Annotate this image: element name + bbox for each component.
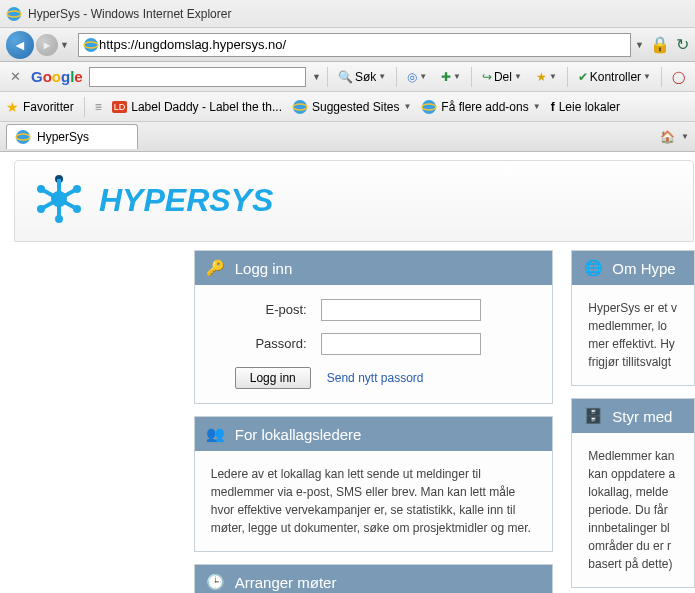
star-icon: ★ [536,70,547,84]
window-title: HyperSys - Windows Internet Explorer [28,7,231,21]
fav-label: Få flere add-ons [441,100,528,114]
arrange-title: Arranger møter [235,574,337,591]
window-titlebar: HyperSys - Windows Internet Explorer [0,0,695,28]
svg-text:HYPERSYS: HYPERSYS [99,182,274,218]
google-toolbar: ✕ Google ▼ 🔍 Søk ▼ ◎▼ ✚▼ ↪ Del ▼ ★▼ ✔ Ko… [0,62,695,92]
tab-bar: HyperSys 🏠 ▼ [0,122,695,152]
people-icon: 👥 [205,423,227,445]
addr-dropdown[interactable]: ▼ [635,40,644,50]
tab-hypersys[interactable]: HyperSys [6,124,138,149]
tab-title: HyperSys [37,130,89,144]
email-field[interactable] [321,299,481,321]
f-icon: f [551,100,555,114]
check-label: Kontroller [590,70,641,84]
globe-icon: 🌐 [582,257,604,279]
fav-item-2[interactable]: Få flere add-ons ▼ [421,99,540,115]
toolbar-item-1[interactable]: ◎▼ [403,68,431,86]
check-icon: ✔ [578,70,588,84]
site-header: HYPERSYS [14,160,694,242]
svg-point-0 [7,7,21,21]
server-icon: 🗄️ [582,405,604,427]
grip-icon: ≡ [95,100,102,114]
steer-text: Medlemmer kan kan oppdatere a lokallag, … [572,433,694,587]
share-icon: ↪ [482,70,492,84]
leaders-text: Ledere av et lokallag kan lett sende ut … [195,451,553,551]
google-search-button[interactable]: 🔍 Søk ▼ [334,68,390,86]
fav-item-0[interactable]: LD Label Daddy - Label the th... [112,100,282,114]
leaders-header: 👥 For lokallagsledere [195,417,553,451]
ie-icon [292,99,308,115]
address-bar[interactable] [78,33,631,57]
forgot-password-link[interactable]: Send nytt passord [327,369,424,387]
favorites-label: Favoritter [23,100,74,114]
magnifier-icon: 🔍 [338,70,353,84]
url-input[interactable] [99,37,626,52]
arrow-right-icon: ► [42,39,53,51]
about-box: 🌐 Om Hype HyperSys er et v medlemmer, lo… [571,250,695,386]
fav-label: Label Daddy - Label the th... [131,100,282,114]
toolbar-item-2[interactable]: ✚▼ [437,68,465,86]
svg-point-8 [16,130,30,144]
ie-icon [421,99,437,115]
plus-icon: ✚ [441,70,451,84]
share-button[interactable]: ↪ Del ▼ [478,68,526,86]
navigation-bar: ◄ ► ▼ ▼ 🔒 ↻ [0,28,695,62]
back-button[interactable]: ◄ [6,31,34,59]
page-content: HYPERSYS 🔑 Logg inn E-post: Passord: [0,152,695,593]
steer-header: 🗄️ Styr med [572,399,694,433]
refresh-button[interactable]: ↻ [676,35,689,54]
ie-icon [15,129,31,145]
forward-button[interactable]: ► [36,34,58,56]
email-label: E-post: [211,300,321,320]
favorites-button[interactable]: ★ Favoritter [6,99,74,115]
arrange-header: 🕒 Arranger møter [195,565,553,593]
password-field[interactable] [321,333,481,355]
home-dropdown[interactable]: ▼ [681,132,689,141]
leaders-box: 👥 For lokallagsledere Ledere av et lokal… [194,416,554,552]
page-icon [83,37,99,53]
google-search-input[interactable] [89,67,306,87]
login-button[interactable]: Logg inn [235,367,311,389]
hypersys-logo: HYPERSYS [29,169,429,229]
bookmark-button[interactable]: ★▼ [532,68,561,86]
toolbar-item-end[interactable]: ◯ [668,68,689,86]
search-dropdown[interactable]: ▼ [312,72,321,82]
about-text: HyperSys er et v medlemmer, lo mer effek… [572,285,694,385]
svg-point-2 [84,38,98,52]
clock-icon: 🕒 [205,571,227,593]
circle-icon: ◯ [672,70,685,84]
toolbar-close-button[interactable]: ✕ [6,69,25,84]
about-header: 🌐 Om Hype [572,251,694,285]
keys-icon: 🔑 [205,257,227,279]
fav-item-1[interactable]: Suggested Sites ▼ [292,99,411,115]
favorites-bar: ★ Favoritter ≡ LD Label Daddy - Label th… [0,92,695,122]
google-logo: Google [31,68,83,85]
home-button[interactable]: 🏠 [660,130,675,144]
login-box: 🔑 Logg inn E-post: Passord: Logg inn Sen… [194,250,554,404]
leaders-title: For lokallagsledere [235,426,362,443]
search-label: Søk [355,70,376,84]
steer-title: Styr med [612,408,672,425]
svg-point-6 [422,100,436,114]
steer-box: 🗄️ Styr med Medlemmer kan kan oppdatere … [571,398,695,588]
star-icon: ★ [6,99,19,115]
svg-point-4 [293,100,307,114]
login-header: 🔑 Logg inn [195,251,553,285]
nav-history-dropdown[interactable]: ▼ [60,40,72,50]
target-icon: ◎ [407,70,417,84]
password-label: Passord: [211,334,321,354]
labeldaddy-icon: LD [112,101,128,113]
login-title: Logg inn [235,260,293,277]
fav-drag-icon[interactable]: ≡ [95,100,102,114]
check-button[interactable]: ✔ Kontroller ▼ [574,68,655,86]
fav-label: Suggested Sites [312,100,399,114]
fav-label: Leie lokaler [559,100,620,114]
fav-item-3[interactable]: f Leie lokaler [551,100,620,114]
lock-icon: 🔒 [650,35,670,54]
about-title: Om Hype [612,260,675,277]
arrange-box: 🕒 Arranger møter [194,564,554,593]
arrow-left-icon: ◄ [13,37,27,53]
share-label: Del [494,70,512,84]
ie-icon [6,6,22,22]
